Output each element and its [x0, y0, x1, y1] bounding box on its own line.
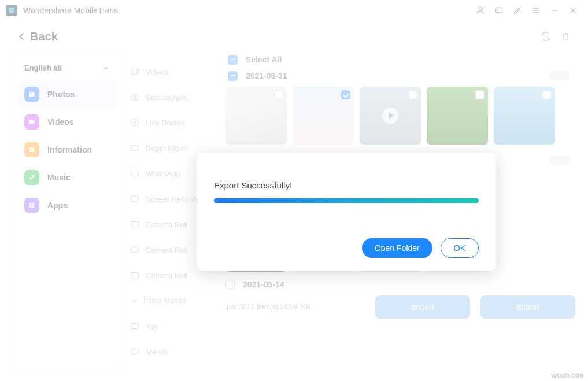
thumb-checkbox[interactable] — [341, 90, 350, 99]
thumbnail[interactable] — [427, 87, 488, 145]
thumbnail[interactable] — [293, 87, 354, 145]
refresh-icon[interactable] — [536, 27, 556, 46]
svg-rect-10 — [131, 69, 136, 75]
svg-rect-8 — [29, 206, 32, 208]
back-bar: Back — [0, 21, 588, 52]
date-checkbox[interactable] — [228, 71, 238, 81]
feedback-icon[interactable] — [490, 1, 508, 20]
category-music[interactable]: Music — [17, 164, 117, 191]
category-label: Videos — [47, 117, 74, 127]
thumb-checkbox[interactable] — [542, 90, 552, 99]
dialog-message: Export Successfully! — [214, 180, 479, 190]
album-screenshots[interactable]: Screenshots — [125, 84, 223, 110]
svg-rect-4 — [29, 120, 33, 124]
svg-rect-6 — [29, 203, 32, 205]
svg-rect-19 — [131, 247, 138, 253]
language-label: English all — [24, 64, 62, 72]
svg-rect-7 — [32, 203, 35, 205]
play-icon — [382, 108, 398, 124]
svg-rect-17 — [131, 197, 138, 202]
svg-point-3 — [30, 93, 31, 94]
thumbnail-grid — [225, 87, 575, 145]
thumb-checkbox[interactable] — [475, 90, 485, 99]
thumbnail[interactable] — [225, 87, 287, 145]
progress-bar — [214, 198, 479, 203]
svg-point-12 — [134, 96, 136, 99]
svg-point-13 — [134, 121, 136, 124]
chevron-down-icon — [102, 64, 110, 72]
caret-down-icon — [130, 295, 140, 306]
app-title: Wondershare MobileTrans — [23, 6, 118, 15]
date-checkbox[interactable] — [225, 280, 235, 289]
svg-point-14 — [131, 119, 138, 126]
account-icon[interactable] — [471, 1, 490, 20]
back-label: Back — [30, 30, 58, 43]
export-success-dialog: Export Successfully! Open Folder OK — [197, 153, 496, 271]
close-icon[interactable] — [564, 1, 582, 20]
export-button[interactable]: Export — [480, 295, 575, 319]
svg-rect-21 — [131, 324, 138, 329]
svg-rect-9 — [32, 206, 35, 208]
category-label: Photos — [47, 90, 75, 99]
album-yay[interactable]: Yay — [125, 313, 223, 339]
titlebar: Wondershare MobileTrans — [0, 0, 588, 21]
category-label: Apps — [47, 201, 68, 210]
date-group-header: 2021-08-31 — [225, 68, 575, 83]
photos-icon — [24, 87, 39, 102]
thumb-checkbox[interactable] — [274, 90, 283, 99]
category-photos[interactable]: Photos — [17, 80, 117, 108]
open-folder-button[interactable]: Open Folder — [362, 238, 432, 258]
album-shared-header[interactable]: Photo Shared — [125, 288, 223, 313]
date-label: 2021-08-31 — [246, 71, 287, 80]
category-information[interactable]: Information — [17, 136, 117, 164]
watermark: wsxdn.com — [552, 372, 583, 379]
svg-rect-22 — [131, 349, 138, 354]
category-apps[interactable]: Apps — [17, 191, 117, 219]
select-all-checkbox[interactable] — [228, 55, 238, 65]
status-text: 1 of 3011 Item(s),143.81KB — [225, 303, 310, 311]
information-icon — [24, 142, 39, 157]
thumb-checkbox[interactable] — [408, 90, 417, 99]
album-meishi[interactable]: Meishi — [125, 339, 223, 364]
svg-rect-1 — [496, 8, 502, 12]
album-videos[interactable]: Videos — [125, 59, 223, 84]
content-footer: 1 of 3011 Item(s),143.81KB Import Export — [225, 295, 575, 319]
menu-icon[interactable] — [527, 1, 545, 20]
count-badge — [550, 156, 569, 165]
edit-icon[interactable] — [508, 1, 527, 20]
svg-rect-16 — [131, 171, 138, 176]
thumbnail[interactable] — [360, 87, 421, 145]
svg-rect-20 — [131, 273, 138, 278]
language-dropdown[interactable]: English all — [17, 60, 117, 80]
svg-point-0 — [479, 8, 482, 10]
category-videos[interactable]: Videos — [17, 108, 117, 136]
music-icon — [24, 170, 39, 185]
back-button[interactable]: Back — [16, 30, 58, 43]
thumbnail[interactable] — [494, 87, 555, 145]
svg-rect-18 — [131, 222, 138, 227]
ok-button[interactable]: OK — [441, 238, 479, 258]
app-logo — [6, 5, 17, 16]
select-all-row: Select All — [225, 52, 575, 67]
svg-rect-11 — [132, 94, 138, 101]
count-badge — [550, 71, 569, 80]
category-label: Information — [47, 145, 92, 154]
category-sidebar: English all Photos Videos Information Mu… — [13, 52, 121, 372]
import-button[interactable]: Import — [375, 295, 470, 319]
videos-icon — [24, 114, 39, 130]
svg-rect-2 — [29, 92, 34, 97]
apps-icon — [24, 198, 39, 213]
category-label: Music — [47, 173, 71, 182]
date-label: 2021-05-14 — [243, 280, 284, 289]
delete-icon[interactable] — [556, 27, 575, 46]
album-live-photos[interactable]: Live Photos — [125, 110, 223, 135]
select-all-label: Select All — [246, 55, 282, 64]
svg-rect-5 — [29, 147, 34, 152]
svg-rect-15 — [131, 146, 138, 151]
date-group-header-3: 2021-05-14 — [225, 280, 575, 289]
minimize-icon[interactable] — [545, 1, 564, 20]
